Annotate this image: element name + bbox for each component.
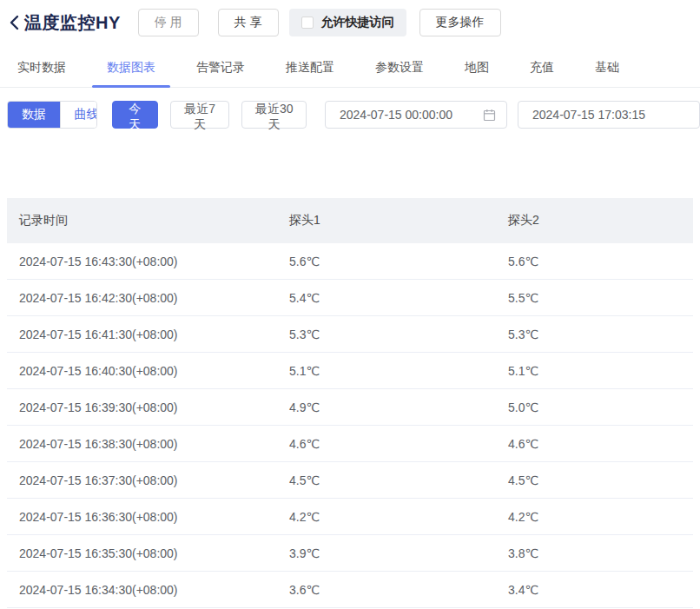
start-datetime-input[interactable]: 2024-07-15 00:00:00 bbox=[325, 101, 507, 129]
view-mode-data[interactable]: 数据 bbox=[8, 102, 60, 128]
range-7days-button[interactable]: 最近7天 bbox=[170, 101, 229, 129]
tab-7[interactable]: 基础 bbox=[595, 60, 619, 76]
probe1-cell: 3.6℃ bbox=[277, 583, 496, 597]
quick-access-label: 允许快捷访问 bbox=[321, 15, 394, 30]
table-row: 2024-07-15 16:36:30(+08:00)4.2℃4.2℃ bbox=[7, 499, 693, 535]
probe1-cell: 3.9℃ bbox=[277, 546, 496, 560]
record-time-cell: 2024-07-15 16:42:30(+08:00) bbox=[7, 291, 277, 305]
range-30days-button[interactable]: 最近30天 bbox=[241, 101, 307, 129]
record-time-cell: 2024-07-15 16:35:30(+08:00) bbox=[7, 546, 277, 560]
probe2-cell: 4.6℃ bbox=[496, 437, 693, 451]
calendar-icon bbox=[483, 109, 496, 122]
table-body: 2024-07-15 16:43:30(+08:00)5.6℃5.6℃2024-… bbox=[7, 243, 693, 608]
record-time-cell: 2024-07-15 16:38:30(+08:00) bbox=[7, 437, 277, 451]
tabs-bar: 实时数据数据图表告警记录推送配置参数设置地图充值基础 bbox=[0, 60, 700, 88]
probe2-cell: 4.2℃ bbox=[496, 510, 693, 524]
table-row: 2024-07-15 16:43:30(+08:00)5.6℃5.6℃ bbox=[7, 243, 693, 280]
filter-row: 数据 曲线 今天 最近7天 最近30天 2024-07-15 00:00:00 … bbox=[7, 101, 700, 129]
probe2-cell: 5.0℃ bbox=[496, 400, 693, 414]
record-time-cell: 2024-07-15 16:34:30(+08:00) bbox=[7, 583, 277, 597]
table-row: 2024-07-15 16:37:30(+08:00)4.5℃4.5℃ bbox=[7, 462, 693, 499]
app-header: 温度监控HY 停 用 共 享 允许快捷访问 更多操作 bbox=[5, 8, 700, 37]
table-row: 2024-07-15 16:38:30(+08:00)4.6℃4.6℃ bbox=[7, 426, 693, 462]
table-header: 记录时间 探头1 探头2 bbox=[7, 198, 693, 243]
column-header-probe1: 探头1 bbox=[277, 213, 496, 228]
page-title: 温度监控HY bbox=[24, 11, 121, 35]
probe2-cell: 3.4℃ bbox=[496, 583, 693, 597]
record-time-cell: 2024-07-15 16:41:30(+08:00) bbox=[7, 328, 277, 341]
start-datetime-value: 2024-07-15 00:00:00 bbox=[340, 108, 476, 122]
tab-4[interactable]: 参数设置 bbox=[375, 60, 424, 76]
end-datetime-value: 2024-07-15 17:03:15 bbox=[532, 108, 689, 122]
record-time-cell: 2024-07-15 16:39:30(+08:00) bbox=[7, 400, 277, 414]
chevron-left-icon bbox=[9, 15, 19, 30]
end-datetime-input[interactable]: 2024-07-15 17:03:15 bbox=[518, 101, 700, 129]
tab-5[interactable]: 地图 bbox=[465, 60, 489, 76]
probe1-cell: 4.6℃ bbox=[277, 437, 496, 451]
probe2-cell: 5.5℃ bbox=[496, 291, 693, 305]
probe1-cell: 5.1℃ bbox=[277, 364, 496, 378]
tab-1[interactable]: 数据图表 bbox=[107, 60, 155, 76]
probe1-cell: 4.5℃ bbox=[277, 473, 496, 487]
range-today-button[interactable]: 今天 bbox=[112, 101, 159, 129]
tab-2[interactable]: 告警记录 bbox=[196, 60, 245, 76]
column-header-record-time: 记录时间 bbox=[7, 213, 277, 228]
table-row: 2024-07-15 16:35:30(+08:00)3.9℃3.8℃ bbox=[7, 535, 693, 572]
view-mode-toggle: 数据 曲线 bbox=[7, 101, 97, 129]
record-time-cell: 2024-07-15 16:43:30(+08:00) bbox=[7, 255, 277, 268]
record-time-cell: 2024-07-15 16:40:30(+08:00) bbox=[7, 364, 277, 378]
share-button[interactable]: 共 享 bbox=[218, 9, 279, 36]
table-row: 2024-07-15 16:34:30(+08:00)3.6℃3.4℃ bbox=[7, 572, 693, 608]
probe2-cell: 5.1℃ bbox=[496, 364, 693, 378]
probe2-cell: 5.6℃ bbox=[496, 255, 693, 268]
table-row: 2024-07-15 16:39:30(+08:00)4.9℃5.0℃ bbox=[7, 389, 693, 426]
table-row: 2024-07-15 16:40:30(+08:00)5.1℃5.1℃ bbox=[7, 353, 693, 389]
tab-6[interactable]: 充值 bbox=[530, 60, 554, 76]
probe1-cell: 5.3℃ bbox=[277, 328, 496, 341]
probe1-cell: 4.9℃ bbox=[277, 400, 496, 414]
view-mode-curve[interactable]: 曲线 bbox=[60, 102, 97, 128]
record-time-cell: 2024-07-15 16:37:30(+08:00) bbox=[7, 473, 277, 487]
table-row: 2024-07-15 16:41:30(+08:00)5.3℃5.3℃ bbox=[7, 316, 693, 353]
tab-3[interactable]: 推送配置 bbox=[286, 60, 334, 76]
back-button[interactable] bbox=[5, 12, 23, 33]
records-table: 记录时间 探头1 探头2 2024-07-15 16:43:30(+08:00)… bbox=[7, 198, 693, 608]
probe2-cell: 4.5℃ bbox=[496, 473, 693, 487]
more-actions-button[interactable]: 更多操作 bbox=[419, 9, 501, 36]
record-time-cell: 2024-07-15 16:36:30(+08:00) bbox=[7, 510, 277, 524]
tab-0[interactable]: 实时数据 bbox=[17, 60, 66, 76]
quick-access-toggle[interactable]: 允许快捷访问 bbox=[289, 9, 406, 36]
probe1-cell: 5.6℃ bbox=[277, 255, 496, 268]
probe1-cell: 4.2℃ bbox=[277, 510, 496, 524]
stop-button[interactable]: 停 用 bbox=[138, 9, 199, 36]
column-header-probe2: 探头2 bbox=[496, 213, 693, 228]
probe2-cell: 5.3℃ bbox=[496, 328, 693, 341]
probe1-cell: 5.4℃ bbox=[277, 291, 496, 305]
table-row: 2024-07-15 16:42:30(+08:00)5.4℃5.5℃ bbox=[7, 280, 693, 316]
probe2-cell: 3.8℃ bbox=[496, 546, 693, 560]
quick-access-checkbox[interactable] bbox=[301, 17, 314, 29]
